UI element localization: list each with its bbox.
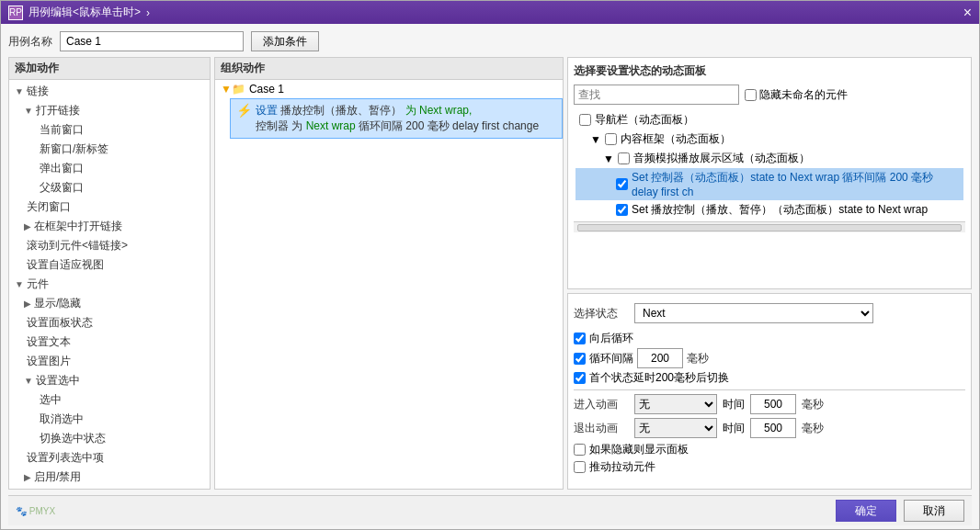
tree-item-set-image[interactable]: 设置图片 [11,352,208,371]
add-condition-button[interactable]: 添加条件 [251,31,319,51]
add-action-panel: 添加动作 ▼ 链接 ▼ 打开链接 当前窗口 [8,57,211,490]
folder-icon: ▼📁 [221,83,245,96]
search-input[interactable] [574,85,739,105]
tree-item-set-selected[interactable]: ▼ 设置选中 [11,371,208,390]
content-frame-checkbox[interactable] [605,133,617,145]
add-action-content: ▼ 链接 ▼ 打开链接 当前窗口 新窗口/新标签 [9,80,210,489]
tree-item-elements[interactable]: ▼ 元件 [11,275,208,294]
delay-first-checkbox[interactable] [574,372,586,384]
tree-item-enable-disable[interactable]: ▶ 启用/禁用 [11,468,208,487]
app-icon: RP [8,6,23,20]
hide-unnamed-label: 隐藏未命名的元件 [745,87,848,103]
right-tree-content-frame[interactable]: ▼ 内容框架（动态面板） [575,130,963,149]
tree-item-adaptive-view[interactable]: 设置自适应视图 [11,255,208,275]
right-tree: 导航栏（动态面板） ▼ 内容框架（动态面板） ▼ 音频模拟播放展示区域（动态面板… [574,108,965,221]
right-tree-set-controller[interactable]: Set 控制器（动态面板）state to Next wrap 循环间隔 200… [575,168,963,200]
arrow-icon: ▶ [24,221,31,231]
lightning-icon: ⚡ [236,103,252,118]
case-name-input[interactable] [60,31,244,51]
tree-item-set-list[interactable]: 设置列表选中项 [11,448,208,468]
audio-area-checkbox[interactable] [618,152,630,164]
organize-action-content: ▼📁 Case 1 ⚡ 设置 播放控制（播放、暂停） 为 Next wrap, … [215,80,563,489]
right-tree-nav[interactable]: 导航栏（动态面板） [575,110,963,130]
enter-anim-row: 进入动画 无 时间 毫秒 [574,394,965,414]
tree-item-show-hide[interactable]: ▶ 显示/隐藏 [11,294,208,313]
configure-action-panel: 选择要设置状态的动态面板 隐藏未命名的元件 导航栏（动态面板） [567,57,972,490]
show-if-hidden-row: 如果隐藏则显示面板 [574,442,965,457]
divider [574,389,965,390]
nav-checkbox[interactable] [579,114,591,126]
top-bar: 用例名称 添加条件 [8,31,972,51]
enter-anim-select[interactable]: 无 [634,394,717,414]
arrow-icon: ▼ [24,376,33,386]
loop-interval-row: 循环间隔 毫秒 [574,348,965,368]
exit-anim-row: 退出动画 无 时间 毫秒 [574,418,965,438]
organize-action-panel: 组织动作 ▼📁 Case 1 ⚡ 设置 播放控制（播放、暂停） 为 Next w… [214,57,564,490]
main-panels: 添加动作 ▼ 链接 ▼ 打开链接 当前窗口 [8,57,972,490]
case-tree-label: Case 1 [249,83,284,96]
tree-item-links[interactable]: ▼ 链接 [11,82,208,101]
tree-item-current-window[interactable]: 当前窗口 [11,120,208,140]
loop-interval-checkbox[interactable] [574,353,586,365]
arrow-icon: ▼ [24,106,33,116]
tree-item-set-text[interactable]: 设置文本 [11,333,208,352]
set-playback-checkbox[interactable] [616,204,628,216]
exit-anim-select[interactable]: 无 [634,418,717,438]
tree-item-deselect[interactable]: 取消选中 [11,410,208,429]
state-select[interactable]: Next [634,303,873,323]
tree-item-select[interactable]: 选中 [11,390,208,410]
exit-time-input[interactable] [750,418,796,438]
tree-item-set-panel[interactable]: 设置面板状态 [11,313,208,333]
main-window: RP 用例编辑<鼠标单击时> › × 用例名称 添加条件 添加动作 ▼ 链接 [0,0,980,530]
tree-item-close-window[interactable]: 关闭窗口 [11,197,208,217]
hscroll-track [577,224,962,231]
loop-back-checkbox[interactable] [574,333,586,344]
tree-item-scroll-anchor[interactable]: 滚动到元件<锚链接> [11,236,208,255]
tree-item-popup[interactable]: 弹出窗口 [11,159,208,178]
tree-item-toggle-select[interactable]: 切换选中状态 [11,429,208,448]
enter-time-input[interactable] [750,394,796,414]
hide-unnamed-checkbox[interactable] [745,89,757,101]
delay-first-row: 首个状态延时200毫秒后切换 [574,370,965,386]
loop-back-row: 向后循环 [574,331,965,346]
arrow-icon: ▶ [24,472,31,482]
state-settings-section: 选择状态 Next 向后循环 循环间隔 毫秒 [567,293,972,490]
tree-item-open-in-frame[interactable]: ▶ 在框架中打开链接 [11,217,208,236]
search-row: 隐藏未命名的元件 [574,85,965,105]
select-state-row: 选择状态 Next [574,303,965,323]
cancel-button[interactable]: 取消 [904,500,964,522]
add-action-header: 添加动作 [9,58,210,80]
bottom-bar: 🐾 PMYX 确定 取消 [8,495,972,525]
arrow-icon: ▼ [15,279,24,289]
right-tree-audio-area[interactable]: ▼ 音频模拟播放展示区域（动态面板） [575,149,963,168]
content-area: 用例名称 添加条件 添加动作 ▼ 链接 ▼ 打开链接 [1,24,979,530]
arrow-icon: ▼ [15,86,24,96]
tree-item-new-window[interactable]: 新窗口/新标签 [11,140,208,159]
show-if-hidden-checkbox[interactable] [574,444,586,456]
case-name-label: 用例名称 [8,34,52,50]
window-title: 用例编辑<鼠标单击时> [28,5,141,20]
close-button[interactable]: × [963,6,972,20]
ok-button[interactable]: 确定 [836,500,896,522]
tree-item-parent-window[interactable]: 父级窗口 [11,178,208,197]
select-panel-section: 选择要设置状态的动态面板 隐藏未命名的元件 导航栏（动态面板） [567,57,972,289]
horizontal-scrollbar[interactable] [574,221,965,232]
organize-action-header: 组织动作 [215,58,563,80]
push-pull-checkbox[interactable] [574,461,586,473]
pmyx-logo: 🐾 PMYX [16,506,55,516]
set-controller-checkbox[interactable] [616,178,628,190]
case-tree-row: ▼📁 Case 1 [215,80,563,98]
arrow-icon: ▶ [24,299,31,309]
select-panel-title: 选择要设置状态的动态面板 [574,63,965,79]
title-bar: RP 用例编辑<鼠标单击时> › × [1,1,979,24]
tree-item-open-link[interactable]: ▼ 打开链接 [11,101,208,120]
push-pull-row: 推动拉动元件 [574,459,965,475]
loop-interval-input[interactable] [637,348,683,368]
right-tree-set-playback[interactable]: Set 播放控制（播放、暂停）（动态面板）state to Next wrap [575,200,963,220]
action-text: 设置 播放控制（播放、暂停） 为 Next wrap, 控制器 为 Next w… [256,103,556,134]
breadcrumb-arrow: › [146,6,150,19]
action-row-selected[interactable]: ⚡ 设置 播放控制（播放、暂停） 为 Next wrap, 控制器 为 Next… [230,98,563,139]
